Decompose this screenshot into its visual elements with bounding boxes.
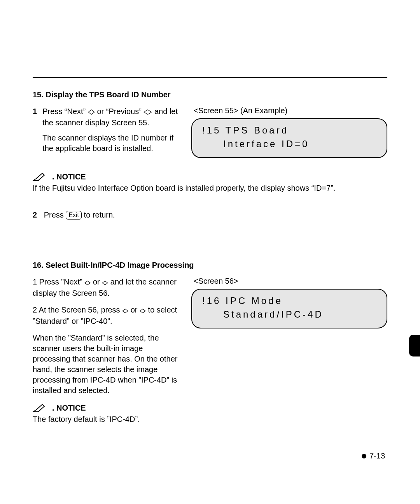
- text: The scanner displays the ID number if th…: [42, 133, 173, 153]
- diamond-icon: [88, 107, 95, 118]
- screen-55-label: <Screen 55> (An Example): [194, 106, 387, 115]
- text: to return.: [84, 211, 115, 219]
- section-15-right: <Screen 55> (An Example) !15 TPS Board I…: [191, 106, 387, 158]
- paragraph: 2 At the Screen 56, press or to select ”…: [33, 305, 180, 327]
- svg-marker-4: [102, 281, 108, 285]
- notice-body: If the Fujitsu video Interface Option bo…: [33, 183, 387, 193]
- paragraph: When the ”Standard” is selected, the sca…: [33, 333, 180, 396]
- svg-marker-6: [140, 309, 145, 313]
- pencil-icon: [33, 173, 48, 181]
- section-16-heading: 16. Select Built-In/IPC-4D Image Process…: [33, 261, 387, 270]
- lcd-line: !15 TPS Board: [202, 124, 376, 137]
- page: 15. Display the TPS Board ID Number 1 Pr…: [0, 0, 420, 504]
- diamond-icon: [122, 306, 128, 316]
- notice-16: . NOTICE The factory default is ”IPC-4D”…: [33, 404, 387, 425]
- section-15-left: 1 Press “Next” or “Previous” and let the…: [33, 106, 180, 158]
- lcd-line: !16 IPC Mode: [202, 294, 376, 308]
- section-16-left: 1 Press ”Next” or and let the scanner di…: [33, 277, 180, 402]
- step-number: 2: [33, 211, 37, 219]
- text: Press “Next”: [42, 107, 88, 116]
- diamond-icon: [140, 306, 146, 316]
- svg-marker-0: [88, 110, 94, 114]
- step-number: 1: [33, 106, 37, 154]
- thumb-tab: [409, 335, 420, 356]
- section-16-row: 1 Press ”Next” or and let the scanner di…: [33, 277, 387, 402]
- svg-marker-5: [122, 309, 128, 313]
- text: or “Previous”: [97, 107, 144, 116]
- section-15-row: 1 Press “Next” or “Previous” and let the…: [33, 106, 387, 158]
- svg-marker-3: [85, 281, 90, 285]
- text: or: [93, 277, 102, 286]
- pencil-icon: [33, 404, 48, 413]
- lcd-line: Interface ID=0: [202, 137, 376, 151]
- lcd-line: Standard/IPC-4D: [202, 308, 376, 321]
- page-footer: 7-13: [362, 451, 385, 460]
- diamond-icon: [84, 277, 91, 288]
- section-15-heading: 15. Display the TPS Board ID Number: [33, 90, 387, 99]
- notice-heading: . NOTICE: [33, 404, 86, 413]
- text: 2 At the Screen 56, press: [33, 306, 122, 314]
- diamond-icon: [144, 107, 152, 118]
- section-16: 16. Select Built-In/IPC-4D Image Process…: [33, 261, 387, 425]
- page-number: 7-13: [369, 451, 385, 460]
- notice-label: . NOTICE: [52, 172, 86, 181]
- bullet-icon: [362, 454, 366, 458]
- paragraph: 1 Press ”Next” or and let the scanner di…: [33, 277, 180, 299]
- exit-key-icon: Exit: [66, 211, 82, 220]
- text: 1 Press ”Next”: [33, 277, 84, 286]
- text: or: [131, 306, 140, 314]
- step-text: Press “Next” or “Previous” and let the s…: [42, 106, 180, 154]
- content-area: 15. Display the TPS Board ID Number 1 Pr…: [33, 90, 387, 425]
- diamond-icon: [102, 277, 108, 288]
- notice-body: The factory default is ”IPC-4D”.: [33, 414, 387, 425]
- lcd-screen-56: !16 IPC Mode Standard/IPC-4D: [191, 289, 387, 328]
- notice-heading: . NOTICE: [33, 172, 86, 181]
- lcd-screen-55: !15 TPS Board Interface ID=0: [191, 118, 387, 158]
- section-15-step2: 2 Press Exit to return.: [33, 211, 387, 220]
- screen-56-label: <Screen 56>: [194, 277, 387, 286]
- top-rule: [33, 77, 387, 78]
- svg-marker-1: [144, 110, 152, 114]
- section-15-step1: 1 Press “Next” or “Previous” and let the…: [33, 106, 180, 154]
- notice-label: . NOTICE: [52, 404, 86, 413]
- text: Press: [44, 211, 66, 219]
- notice-15: . NOTICE If the Fujitsu video Interface …: [33, 172, 387, 193]
- section-16-right: <Screen 56> !16 IPC Mode Standard/IPC-4D: [191, 277, 387, 328]
